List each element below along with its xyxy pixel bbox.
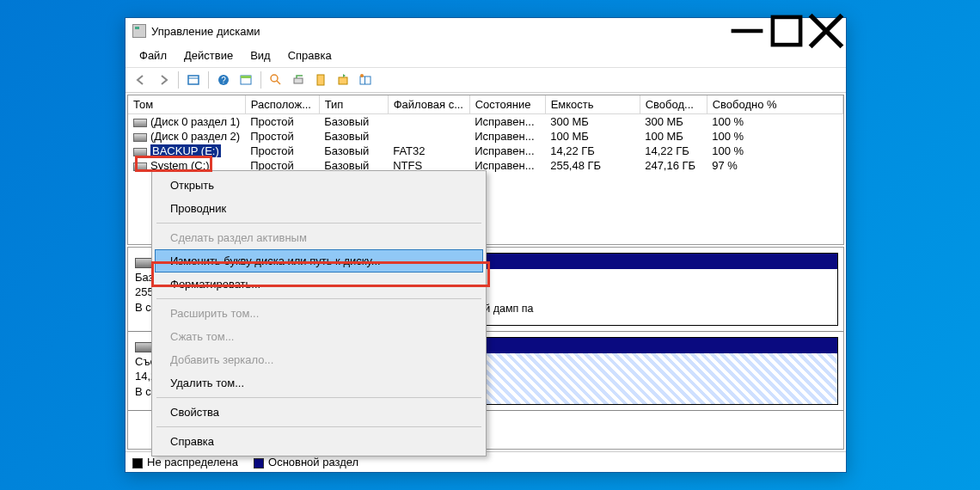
col-capacity[interactable]: Емкость: [545, 95, 640, 114]
cm-open[interactable]: Открыть: [155, 174, 483, 197]
cell-status: Исправен...: [469, 114, 545, 130]
cm-change-letter[interactable]: Изменить букву диска или путь к диску...: [155, 249, 483, 273]
cm-delete[interactable]: Удалить том...: [155, 371, 483, 395]
svg-rect-9: [241, 76, 251, 78]
volume-table: Том Располож... Тип Файловая с... Состоя…: [128, 95, 843, 173]
volume-row[interactable]: BACKUP (E:)ПростойБазовыйFAT32Исправен..…: [128, 144, 843, 158]
col-volume[interactable]: Том: [128, 95, 245, 114]
titlebar: Управление дисками: [126, 18, 846, 44]
view-button[interactable]: [236, 70, 256, 89]
svg-text:?: ?: [221, 76, 226, 85]
volume-row[interactable]: (Диск 0 раздел 2)ПростойБазовыйИсправен.…: [128, 129, 843, 144]
cm-help[interactable]: Справка: [155, 430, 483, 453]
back-button[interactable]: [131, 70, 151, 89]
toolbar: ?: [126, 68, 846, 93]
svg-point-10: [271, 75, 278, 82]
cell-volume: (Диск 0 раздел 2): [128, 129, 245, 144]
cell-free: 14,22 ГБ: [640, 144, 707, 158]
cm-sep: [156, 397, 481, 398]
cell-free: 247,16 ГБ: [640, 158, 707, 173]
action3-button[interactable]: [310, 70, 331, 89]
svg-rect-14: [339, 77, 347, 84]
svg-rect-4: [188, 76, 199, 84]
svg-line-11: [277, 81, 280, 84]
cell-fs: [388, 114, 469, 130]
refresh-button[interactable]: [183, 70, 204, 89]
svg-point-17: [360, 74, 364, 77]
col-fs[interactable]: Файловая с...: [388, 95, 469, 114]
cm-shrink: Сжать том...: [155, 325, 483, 348]
action2-button[interactable]: [288, 70, 309, 89]
cell-free: 300 МБ: [640, 114, 707, 130]
window-title: Управление дисками: [151, 25, 260, 38]
disk-icon: [135, 342, 152, 352]
action1-button[interactable]: [266, 70, 286, 89]
svg-rect-16: [364, 77, 365, 84]
legend-unallocated: Не распределена: [132, 456, 238, 469]
forward-button[interactable]: [153, 70, 174, 89]
col-free[interactable]: Свобод...: [640, 95, 707, 114]
col-free-pct[interactable]: Свободно %: [707, 95, 842, 114]
cell-capacity: 300 МБ: [545, 114, 640, 130]
cm-make-active: Сделать раздел активным: [155, 226, 483, 249]
cell-type: Базовый: [319, 144, 388, 158]
close-button[interactable]: [806, 18, 846, 44]
cm-sep: [156, 426, 481, 427]
cm-properties[interactable]: Свойства: [155, 401, 483, 424]
action5-button[interactable]: [355, 70, 376, 89]
menu-file[interactable]: Файл: [131, 46, 175, 65]
cm-sep: [156, 223, 481, 224]
cm-format[interactable]: Форматировать...: [155, 273, 483, 296]
toolbar-sep: [178, 71, 179, 89]
legend-primary: Основной раздел: [254, 456, 358, 469]
menu-help[interactable]: Справка: [279, 46, 340, 65]
context-menu: Открыть Проводник Сделать раздел активны…: [151, 170, 487, 456]
cell-layout: Простой: [245, 114, 319, 130]
window-controls: [727, 18, 846, 44]
cell-fs: FAT32: [388, 144, 469, 158]
cell-free: 100 МБ: [640, 129, 707, 144]
cell-layout: Простой: [245, 129, 319, 144]
app-icon: [132, 24, 146, 38]
svg-rect-12: [294, 78, 303, 83]
cell-type: Базовый: [319, 114, 388, 130]
cell-status: Исправен...: [469, 144, 545, 158]
col-status[interactable]: Состояние: [469, 95, 545, 114]
cell-volume: (Диск 0 раздел 1): [128, 114, 245, 130]
cell-capacity: 100 МБ: [545, 129, 640, 144]
svg-rect-13: [317, 75, 324, 85]
cm-sep: [156, 298, 481, 299]
cell-free-pct: 100 %: [707, 114, 842, 130]
maximize-button[interactable]: [767, 18, 806, 44]
menu-action[interactable]: Действие: [175, 46, 242, 65]
menu-view[interactable]: Вид: [242, 46, 279, 65]
col-type[interactable]: Тип: [319, 95, 388, 114]
cell-capacity: 255,48 ГБ: [545, 158, 640, 173]
toolbar-sep: [260, 71, 261, 89]
cell-free-pct: 100 %: [707, 144, 842, 158]
cell-status: Исправен...: [469, 129, 545, 144]
toolbar-sep: [208, 71, 209, 89]
cell-volume: BACKUP (E:): [128, 144, 245, 158]
menubar: Файл Действие Вид Справка: [126, 44, 846, 68]
cell-capacity: 14,22 ГБ: [545, 144, 640, 158]
cell-free-pct: 100 %: [707, 129, 842, 144]
volume-row[interactable]: (Диск 0 раздел 1)ПростойБазовыйИсправен.…: [128, 114, 843, 130]
cell-fs: [388, 129, 469, 144]
minimize-button[interactable]: [727, 18, 767, 44]
cell-layout: Простой: [245, 144, 319, 158]
cm-extend: Расширить том...: [155, 302, 483, 325]
col-layout[interactable]: Располож...: [245, 95, 319, 114]
cell-type: Базовый: [319, 129, 388, 144]
svg-rect-1: [773, 17, 800, 45]
help-button[interactable]: ?: [213, 70, 234, 89]
action4-button[interactable]: [333, 70, 353, 89]
cm-explorer[interactable]: Проводник: [155, 197, 483, 220]
cell-free-pct: 97 %: [707, 158, 842, 173]
cm-add-mirror: Добавить зеркало...: [155, 348, 483, 371]
disk-icon: [135, 258, 152, 268]
